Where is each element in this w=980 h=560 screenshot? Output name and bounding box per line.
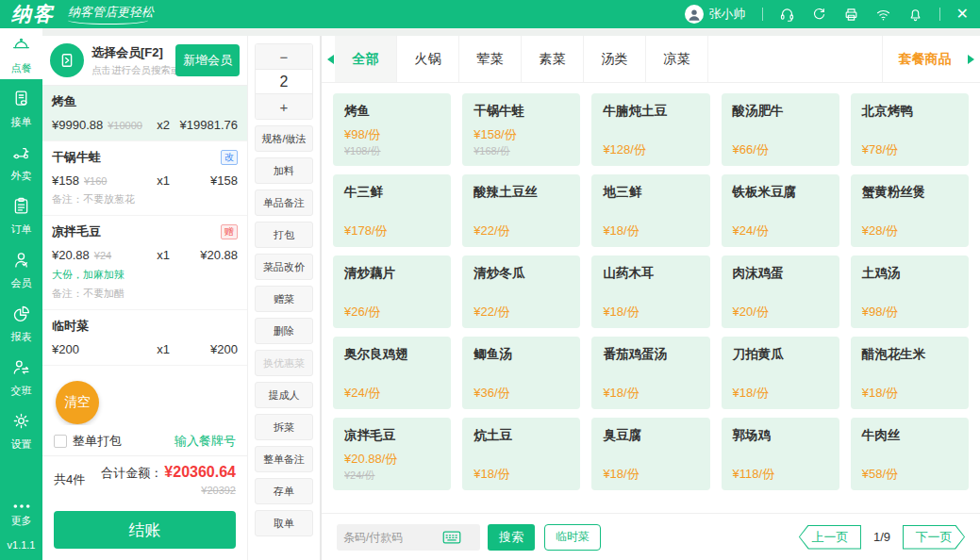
user-account[interactable]: 张小帅 — [685, 5, 746, 24]
sidebar-item-accept-order[interactable]: 接单 — [0, 82, 42, 136]
tab-combo-products[interactable]: 套餐商品 — [882, 36, 967, 82]
product-card[interactable]: 郭场鸡 ¥118/份 — [722, 418, 839, 490]
category-tab-火锅[interactable]: 火锅 — [397, 36, 459, 82]
support-icon[interactable] — [779, 7, 795, 23]
bell-icon[interactable] — [907, 7, 923, 23]
product-card[interactable]: 牛三鲜 ¥178/份 — [333, 174, 451, 247]
qty-plus-button[interactable]: + — [256, 94, 312, 119]
product-card[interactable]: 铁板米豆腐 ¥24/份 — [722, 174, 839, 247]
product-name: 酸汤肥牛 — [733, 103, 828, 120]
product-card[interactable]: 烤鱼 ¥98/份¥108/份 — [333, 93, 451, 166]
action-button-规格/做法[interactable]: 规格/做法 — [255, 125, 313, 152]
product-name: 蟹黄粉丝煲 — [862, 184, 957, 201]
pos-app: 纳客 纳客管店更轻松 张小帅 — [0, 0, 980, 560]
action-button-删除[interactable]: 删除 — [255, 318, 313, 344]
action-button-拆菜[interactable]: 拆菜 — [255, 414, 313, 440]
category-tab-全部[interactable]: 全部 — [335, 36, 397, 82]
action-button-取单[interactable]: 取单 — [255, 510, 313, 536]
order-item[interactable]: 烤鱼¥9990.88¥10000x2¥19981.76 — [42, 86, 247, 141]
product-card[interactable]: 山药木耳 ¥18/份 — [591, 255, 709, 328]
product-card[interactable]: 鲫鱼汤 ¥36/份 — [462, 337, 580, 409]
order-item-qty: x1 — [147, 342, 179, 356]
order-item[interactable]: 凉拌毛豆赠¥20.88¥24x1¥20.88大份，加麻加辣备注：不要加醋 — [42, 216, 247, 310]
order-item-name: 临时菜 — [52, 318, 89, 335]
sidebar-item-settings[interactable]: 设置 — [0, 404, 42, 458]
brand-logo: 纳客 — [11, 1, 55, 27]
product-card[interactable]: 清炒冬瓜 ¥22/份 — [462, 255, 580, 328]
pack-checkbox[interactable] — [54, 435, 67, 448]
product-price: ¥98/份 — [862, 304, 957, 321]
action-button-赠菜[interactable]: 赠菜 — [255, 286, 313, 312]
product-card[interactable]: 土鸡汤 ¥98/份 — [851, 255, 969, 328]
product-price: ¥18/份 — [603, 466, 698, 483]
sidebar-item-reports[interactable]: 报表 — [0, 297, 42, 351]
category-tab-凉菜[interactable]: 凉菜 — [646, 36, 708, 82]
product-card[interactable]: 臭豆腐 ¥18/份 — [591, 418, 709, 490]
category-tab-汤类[interactable]: 汤类 — [584, 36, 646, 82]
gear-icon — [11, 411, 31, 435]
next-page-button[interactable]: 下一页 — [903, 525, 965, 550]
sync-icon[interactable] — [811, 7, 827, 23]
category-tab-素菜[interactable]: 素菜 — [522, 36, 584, 82]
action-button-菜品改价[interactable]: 菜品改价 — [255, 254, 313, 280]
category-tab-荤菜[interactable]: 荤菜 — [459, 36, 522, 82]
wifi-icon[interactable] — [875, 7, 891, 23]
action-button-整单备注[interactable]: 整单备注 — [255, 446, 313, 472]
action-button-提成人[interactable]: 提成人 — [255, 382, 313, 408]
qty-minus-button[interactable]: − — [256, 44, 312, 69]
action-button-打包[interactable]: 打包 — [255, 222, 313, 248]
product-card[interactable]: 番茄鸡蛋汤 ¥18/份 — [591, 337, 709, 409]
sidebar-item-orders[interactable]: 订单 — [0, 189, 42, 243]
action-button-存单[interactable]: 存单 — [255, 478, 313, 504]
close-icon[interactable]: ✕ — [956, 7, 969, 22]
select-member-bar[interactable]: 选择会员[F2] 点击进行会员搜索或刷卡操作 新增会员 — [42, 36, 247, 86]
search-button[interactable]: 搜索 — [488, 524, 535, 551]
product-name: 烤鱼 — [344, 103, 440, 120]
product-card[interactable]: 醋泡花生米 ¥18/份 — [851, 337, 969, 409]
table-number-link[interactable]: 输入餐牌号 — [174, 433, 236, 450]
product-card[interactable]: 地三鲜 ¥18/份 — [591, 174, 709, 247]
product-old-price: ¥168/份 — [473, 144, 569, 158]
prev-page-button[interactable]: 上一页 — [799, 525, 861, 550]
product-card[interactable]: 酸辣土豆丝 ¥22/份 — [462, 174, 580, 247]
checkout-button[interactable]: 结账 — [54, 511, 236, 549]
barcode-input[interactable] — [343, 531, 442, 544]
nav-more[interactable]: 更多 — [0, 496, 42, 534]
product-card[interactable]: 刀拍黄瓜 ¥18/份 — [722, 337, 839, 409]
clear-order-button[interactable]: 清空 — [56, 381, 99, 424]
product-card[interactable]: 北京烤鸭 ¥78/份 — [851, 93, 969, 166]
sidebar-item-takeout[interactable]: 外卖 — [0, 136, 42, 189]
product-name: 醋泡花生米 — [862, 346, 957, 363]
product-card[interactable]: 凉拌毛豆 ¥20.88/份¥24/份 — [333, 418, 451, 490]
action-button-单品备注[interactable]: 单品备注 — [255, 189, 313, 216]
product-card[interactable]: 肉沫鸡蛋 ¥20/份 — [722, 255, 839, 328]
action-button-加料[interactable]: 加料 — [255, 157, 313, 184]
product-card[interactable]: 奥尔良鸡翅 ¥24/份 — [333, 337, 451, 409]
add-member-button[interactable]: 新增会员 — [175, 44, 240, 76]
keyboard-icon[interactable] — [442, 530, 461, 545]
product-card[interactable]: 炕土豆 ¥18/份 — [462, 418, 580, 490]
tabs-scroll-right[interactable] — [967, 36, 980, 82]
printer-icon[interactable] — [843, 7, 859, 23]
order-item[interactable]: 干锅牛蛙改¥158¥160x1¥158备注：不要放葱花 — [42, 141, 247, 216]
temp-dish-button[interactable]: 临时菜 — [544, 524, 601, 551]
product-card[interactable]: 蟹黄粉丝煲 ¥28/份 — [851, 174, 969, 247]
product-name: 北京烤鸭 — [862, 103, 957, 120]
product-name: 土鸡汤 — [862, 265, 957, 282]
sidebar-item-shift[interactable]: 交班 — [0, 351, 42, 404]
sidebar-item-members[interactable]: 会员 — [0, 243, 42, 297]
member-title: 选择会员[F2] — [91, 44, 175, 61]
product-card[interactable]: 牛腩炖土豆 ¥128/份 — [591, 93, 709, 166]
product-card[interactable]: 牛肉丝 ¥58/份 — [851, 418, 969, 490]
product-old-price: ¥24/份 — [344, 469, 440, 483]
tabs-scroll-left[interactable] — [322, 36, 335, 82]
product-price: ¥178/份 — [344, 222, 440, 239]
product-name: 清炒冬瓜 — [473, 265, 569, 282]
product-card[interactable]: 清炒藕片 ¥26/份 — [333, 255, 451, 328]
order-item-price: ¥20.88 — [52, 248, 90, 262]
product-card[interactable]: 酸汤肥牛 ¥66/份 — [722, 93, 839, 166]
sidebar-item-dine-order[interactable]: 点餐 — [0, 28, 42, 82]
product-card[interactable]: 干锅牛蛙 ¥158/份¥168/份 — [462, 93, 580, 166]
product-price: ¥128/份 — [603, 141, 698, 158]
order-item[interactable]: 临时菜¥200x1¥200 — [42, 310, 247, 366]
